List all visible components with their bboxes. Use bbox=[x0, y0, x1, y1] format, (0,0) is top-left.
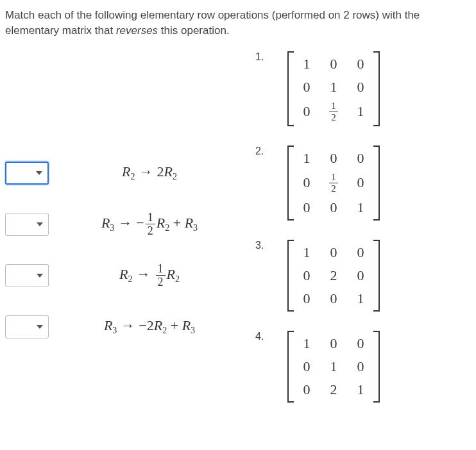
match-select-1[interactable] bbox=[5, 162, 49, 185]
operation-row-3: R2→12R2 bbox=[5, 250, 242, 301]
matrix-cell: 0 bbox=[295, 381, 318, 399]
matrix-cell: 1 bbox=[322, 78, 345, 96]
matrix-cell: 0 bbox=[322, 149, 345, 167]
matrix-4: 100010021 bbox=[287, 331, 380, 403]
chevron-down-icon bbox=[37, 222, 43, 226]
answer-number-1: 1. bbox=[255, 51, 268, 63]
matrix-cell: 0 bbox=[349, 172, 372, 194]
answer-row-3: 3. 100020001 bbox=[255, 240, 467, 312]
chevron-down-icon bbox=[37, 325, 43, 329]
answers-column: 1. 1000100121 2. 1000120001 3. 100020001 bbox=[255, 51, 467, 422]
matrix-cell: 0 bbox=[322, 55, 345, 73]
question-prompt: Match each of the following elementary r… bbox=[5, 8, 471, 38]
operation-row-2: R3→−12R2 + R3 bbox=[5, 199, 242, 250]
matrix-cell: 0 bbox=[349, 55, 372, 73]
prompt-text-italic: reverses bbox=[116, 24, 158, 37]
matrix-cell: 0 bbox=[349, 358, 372, 376]
matrix-cell: 0 bbox=[349, 267, 372, 285]
matrix-cell: 0 bbox=[295, 78, 318, 96]
chevron-down-icon bbox=[37, 274, 43, 278]
operation-row-1: R2→2R2 bbox=[5, 147, 242, 199]
prompt-text-post: this operation. bbox=[158, 24, 230, 37]
matrix-cell: 12 bbox=[322, 101, 345, 122]
matrix-cell: 0 bbox=[322, 290, 345, 308]
matrix-cell: 0 bbox=[349, 244, 372, 262]
operation-row-4: R3→−2R2 + R3 bbox=[5, 301, 242, 353]
operation-math-2: R3→−12R2 + R3 bbox=[56, 212, 242, 237]
matrix-cell: 12 bbox=[322, 172, 345, 194]
answer-row-2: 2. 1000120001 bbox=[255, 146, 467, 221]
chevron-down-icon bbox=[36, 171, 42, 175]
answer-row-4: 4. 100010021 bbox=[255, 331, 467, 403]
answer-number-2: 2. bbox=[255, 146, 268, 157]
matrix-cell: 0 bbox=[295, 358, 318, 376]
matrix-cell: 1 bbox=[295, 335, 318, 353]
matrix-cell: 1 bbox=[322, 358, 345, 376]
matrix-cell: 0 bbox=[295, 267, 318, 285]
match-select-3[interactable] bbox=[5, 264, 49, 287]
matrix-cell: 1 bbox=[295, 149, 318, 167]
operation-math-1: R2→2R2 bbox=[56, 163, 242, 182]
matrix-3: 100020001 bbox=[287, 240, 380, 312]
matrix-cell: 1 bbox=[349, 290, 372, 308]
matrix-cell: 2 bbox=[322, 381, 345, 399]
matrix-cell: 0 bbox=[295, 172, 318, 194]
matrix-cell: 0 bbox=[349, 149, 372, 167]
match-select-4[interactable] bbox=[5, 315, 49, 338]
matrix-cell: 0 bbox=[322, 335, 345, 353]
matrix-cell: 1 bbox=[349, 101, 372, 122]
answer-number-4: 4. bbox=[255, 331, 268, 342]
matrix-cell: 2 bbox=[322, 267, 345, 285]
matrix-1: 1000100121 bbox=[287, 51, 380, 126]
matrix-cell: 0 bbox=[295, 290, 318, 308]
matrix-2: 1000120001 bbox=[287, 146, 380, 221]
match-select-2[interactable] bbox=[5, 213, 49, 236]
matrix-cell: 1 bbox=[295, 55, 318, 73]
matrix-cell: 0 bbox=[295, 199, 318, 217]
matrix-cell: 0 bbox=[295, 101, 318, 122]
matrix-cell: 1 bbox=[295, 244, 318, 262]
matrix-cell: 1 bbox=[349, 199, 372, 217]
operation-math-3: R2→12R2 bbox=[56, 263, 242, 288]
matrix-cell: 0 bbox=[322, 199, 345, 217]
matrix-cell: 0 bbox=[349, 335, 372, 353]
matrix-cell: 1 bbox=[349, 381, 372, 399]
answer-number-3: 3. bbox=[255, 240, 268, 251]
answer-row-1: 1. 1000100121 bbox=[255, 51, 467, 126]
matrix-cell: 0 bbox=[322, 244, 345, 262]
operation-math-4: R3→−2R2 + R3 bbox=[56, 317, 242, 336]
matrix-cell: 0 bbox=[349, 78, 372, 96]
operations-column: R2→2R2 R3→−12R2 + R3 R2→12R2 bbox=[5, 51, 242, 422]
